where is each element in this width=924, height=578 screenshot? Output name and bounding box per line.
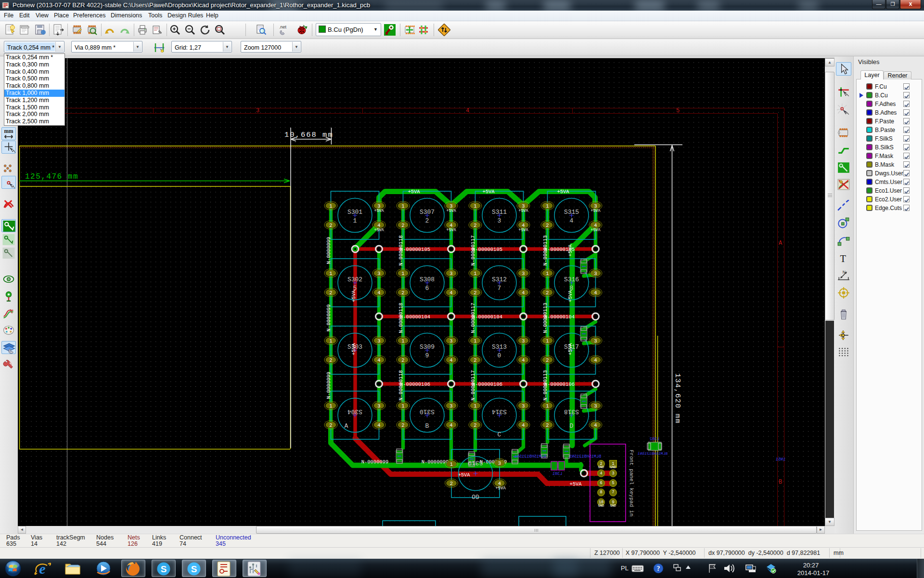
svg-text:4: 4 [594, 357, 597, 363]
svg-text:S307: S307 [420, 209, 435, 216]
svg-text:C: C [498, 431, 501, 438]
svg-text:+5VA: +5VA [351, 290, 357, 302]
svg-text:1: 1 [474, 203, 476, 209]
svg-text:N-00000117: N-00000117 [470, 302, 476, 333]
svg-text:3: 3 [377, 338, 380, 344]
svg-text:1: 1 [353, 217, 357, 224]
svg-text:B: B [779, 479, 782, 486]
svg-text:2: 2 [546, 223, 549, 228]
svg-text:4: 4 [377, 422, 380, 428]
svg-text:2: 2 [329, 422, 332, 428]
svg-text:5: 5 [676, 107, 680, 114]
svg-text:1: 1 [329, 203, 332, 209]
svg-text:1: 1 [546, 338, 549, 344]
svg-text:125,476 mm: 125,476 mm [25, 172, 78, 181]
svg-text:+5VA: +5VA [590, 209, 601, 213]
svg-text:4: 4 [570, 217, 574, 224]
svg-text:Front panel keypad in: Front panel keypad in [629, 450, 634, 517]
svg-text:N-00000113: N-00000113 [542, 370, 548, 400]
svg-text:3: 3 [522, 271, 525, 276]
svg-text:4: 4 [466, 107, 469, 114]
svg-text:2: 2 [546, 357, 549, 363]
svg-text:S314: S314 [492, 408, 507, 415]
svg-text:S319: S319 [468, 459, 483, 466]
svg-text:S313: S313 [492, 343, 507, 351]
svg-text:2: 2 [401, 223, 404, 228]
svg-text:+5VA: +5VA [351, 343, 357, 355]
svg-text:1: 1 [401, 338, 404, 344]
svg-text:2: 2 [401, 357, 404, 363]
svg-text:3: 3 [377, 403, 380, 409]
svg-text:2: 2 [474, 223, 476, 228]
svg-text:7: 7 [612, 490, 614, 495]
svg-text:+5VA: +5VA [458, 472, 470, 478]
svg-text:N-00000106: N-00000106 [544, 381, 575, 387]
svg-text:GND: GND [598, 504, 604, 508]
svg-text:D: D [570, 422, 574, 430]
svg-text:1N51: 1N51 [776, 457, 785, 462]
svg-text:1: 1 [450, 461, 453, 467]
svg-text:+5VA: +5VA [495, 486, 506, 491]
svg-text:4: 4 [377, 357, 380, 363]
svg-text:B: B [425, 422, 429, 430]
svg-text:+5VA: +5VA [374, 228, 384, 233]
svg-text:4: 4 [522, 422, 525, 428]
svg-text:N-00000117: N-00000117 [470, 235, 476, 265]
svg-text:134,620 mm: 134,620 mm [673, 373, 681, 424]
svg-text:1: 1 [401, 403, 404, 409]
svg-text:5: 5 [612, 481, 614, 486]
svg-text:S312: S312 [492, 276, 507, 283]
svg-text:1: 1 [546, 403, 549, 409]
svg-text:+5VA: +5VA [557, 189, 569, 195]
svg-text:S309: S309 [420, 343, 435, 351]
svg-text:N-00000113: N-00000113 [542, 235, 548, 265]
svg-text:S318: S318 [564, 408, 579, 415]
svg-text:1: 1 [401, 271, 404, 276]
svg-text:6: 6 [600, 481, 602, 486]
svg-text:4: 4 [377, 290, 380, 296]
svg-text:+5VA: +5VA [408, 189, 420, 195]
svg-text:GND: GND [610, 465, 616, 469]
svg-text:2: 2 [329, 290, 332, 296]
svg-text:S304: S304 [347, 408, 362, 415]
svg-text:7: 7 [498, 285, 501, 292]
svg-text:1: 1 [474, 271, 476, 276]
svg-text:N-00000117: N-00000117 [470, 370, 476, 400]
svg-text:2: 2 [546, 290, 549, 296]
svg-text:N-0000099: N-0000099 [361, 459, 389, 465]
svg-text:1: 1 [329, 403, 332, 409]
svg-text:6: 6 [425, 285, 429, 292]
svg-text:1: 1 [474, 403, 476, 409]
svg-text:N-0000099: N-0000099 [326, 304, 332, 332]
svg-text:2: 2 [450, 481, 453, 486]
svg-text:L301: L301 [552, 472, 562, 476]
svg-text:10,668 mm: 10,668 mm [284, 131, 334, 139]
svg-text:L302: L302 [650, 437, 659, 442]
svg-text:2: 2 [425, 217, 429, 224]
svg-text:1: 1 [329, 271, 332, 276]
svg-text:2: 2 [474, 357, 476, 363]
svg-text:4: 4 [522, 357, 525, 363]
svg-text:N-00000113: N-00000113 [542, 302, 548, 333]
svg-text:N-00000118: N-00000118 [398, 370, 404, 400]
svg-text:2: 2 [329, 223, 332, 228]
svg-text:N-00000104: N-00000104 [400, 314, 430, 320]
svg-text:S301: S301 [347, 209, 362, 216]
svg-text:S315: S315 [564, 209, 579, 216]
svg-text:A: A [345, 422, 348, 430]
svg-text:BLM15HB121SN1: BLM15HB121SN1 [514, 454, 546, 459]
svg-text:3: 3 [594, 338, 597, 344]
svg-text:3: 3 [522, 403, 525, 409]
svg-text:3: 3 [498, 460, 501, 466]
svg-text:9: 9 [425, 352, 429, 359]
svg-text:mm: mm [4, 128, 14, 134]
svg-text:3: 3 [594, 403, 597, 409]
svg-text:S310: S310 [420, 408, 435, 415]
svg-text:S308: S308 [420, 276, 435, 283]
svg-text:4: 4 [600, 471, 602, 476]
svg-text:N-00000105: N-00000105 [400, 247, 430, 252]
svg-text:+5VA: +5VA [590, 228, 601, 233]
svg-text:S: S [161, 564, 167, 574]
svg-text:N-00000104: N-00000104 [544, 314, 575, 320]
svg-text:4: 4 [449, 357, 452, 363]
